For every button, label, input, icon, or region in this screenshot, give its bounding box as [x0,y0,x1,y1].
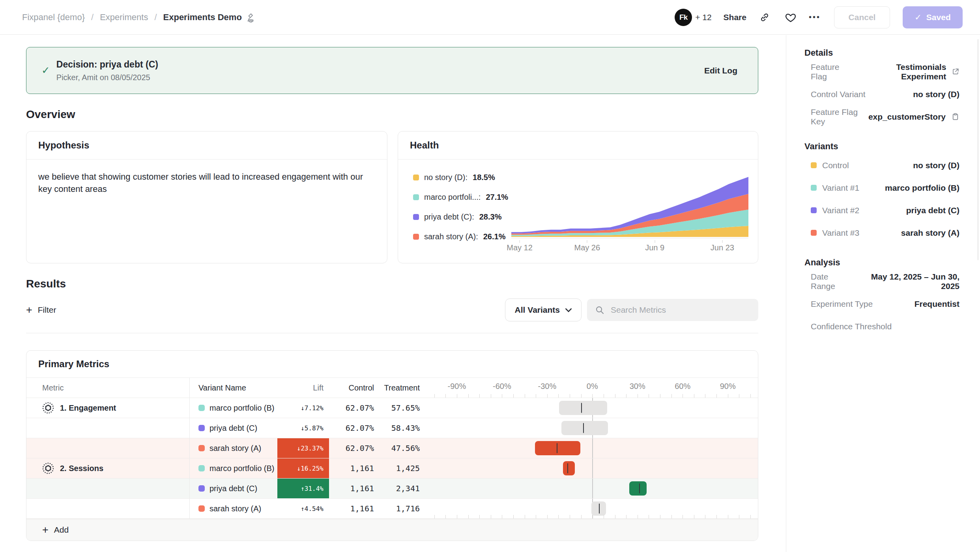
lift-value-block: ↓5.87% [277,418,329,438]
table-row[interactable]: sarah story (A)↓23.37%62.07%47.56% [26,438,758,458]
favorite-button[interactable] [783,9,799,25]
avatar[interactable]: Fk [675,9,692,26]
confidence-interval-cell [424,398,758,418]
metric-cell: 1. Engagement [26,398,190,418]
microscope-icon [246,12,255,23]
tick-mark [525,515,525,518]
tick-mark [671,394,672,398]
breadcrumb-separator: / [91,12,94,23]
tick-mark [615,394,615,398]
scrollbar[interactable] [977,39,979,260]
saved-button[interactable]: ✓ Saved [903,6,963,28]
cancel-button[interactable]: Cancel [834,6,890,28]
tick-mark [581,394,582,398]
add-filter-button[interactable]: + Filter [26,305,56,315]
sidebar-row-label: Date Range [811,272,854,291]
tick-mark [570,515,570,518]
tick-mark [683,394,683,398]
table-row[interactable]: priya debt (C)↓5.87%62.07%58.43% [26,418,758,438]
tick-mark [705,394,705,398]
breadcrumb-separator: / [154,12,157,23]
decision-subtitle: Picker, Amit on 08/05/2025 [56,73,158,82]
sidebar-row-label: Feature Flag Key [811,107,868,126]
metric-cell [26,418,190,438]
copy-link-button[interactable] [757,9,772,25]
external-link-icon[interactable] [952,68,959,76]
sidebar-row: Variant #2priya debt (C) [811,199,959,222]
sidebar-row-value: sarah story (A) [901,228,959,238]
analysis-title: Analysis [804,257,959,268]
variants-dropdown-label: All Variants [515,305,560,315]
clipboard-icon[interactable] [951,113,959,121]
treatment-cell: 1,425 [378,458,424,478]
value-text: sarah story (A) [901,228,959,238]
lift-value-block: ↓7.12% [277,398,329,418]
table-row[interactable]: priya debt (C)↑31.4%1,1612,341 [26,479,758,499]
lift-cell: ↓23.37% [277,438,329,458]
right-sidebar: Details Feature FlagTestimonials Experim… [786,35,980,552]
tick-mark [581,515,582,518]
edit-log-button[interactable]: Edit Log [704,66,737,75]
more-menu-button[interactable]: ••• [809,13,821,22]
lift-value-block: ↓16.25% [277,458,329,478]
sidebar-row: Control Variantno story (D) [811,83,959,105]
tick-mark [683,515,683,518]
label-text: Date Range [811,272,854,291]
lift-axis-header: -90%-60%-30%0%30%60%90% [424,378,758,398]
variant-color-chip [198,485,205,492]
main-content: ✓ Decision: priya debt (C) Picker, Amit … [0,35,786,552]
col-treatment: Treatment [378,378,424,398]
legend-label: priya debt (C): [424,212,474,222]
variants-dropdown[interactable]: All Variants [505,299,582,321]
sidebar-row-value: no story (D) [913,90,959,99]
metric-name: 1. Engagement [60,404,116,413]
health-legend-item: marco portfoli...: 27.1% [413,193,508,202]
results-divider [26,333,758,333]
variant-color-chip [198,445,205,451]
tick-mark [649,394,649,398]
check-icon: ✓ [915,13,922,22]
lift-cell: ↓5.87% [277,418,329,438]
variant-name: priya debt (C) [209,424,257,433]
breadcrumb-current[interactable]: Experiments Demo [163,12,255,23]
col-lift: Lift [277,378,329,398]
variant-cell: priya debt (C) [190,479,277,498]
tick-mark [638,394,638,398]
share-button[interactable]: Share [724,13,746,22]
table-row[interactable]: sarah story (A)↑4.54%1,1611,716 [26,499,758,519]
value-text: Frequentist [915,299,959,309]
sidebar-row-value: Testimonials Experiment [855,62,959,81]
tick-mark [558,394,559,398]
col-variant-name: Variant Name [190,378,277,398]
sidebar-row-label: Experiment Type [811,299,873,309]
variant-color-chip [811,230,817,236]
treatment-cell: 2,341 [378,479,424,498]
overview-heading: Overview [26,108,758,121]
table-row[interactable]: 2. Sessionsmarco portfolio (B)↓16.25%1,1… [26,458,758,479]
confidence-interval-cell [424,499,758,518]
tick-mark [739,515,739,518]
sidebar-row: Variant #1marco portfolio (B) [811,176,959,199]
value-text: marco portfolio (B) [885,183,959,193]
lift-value: ↓23.37% [297,445,324,452]
breadcrumb-experiments[interactable]: Experiments [100,12,148,23]
check-icon: ✓ [41,64,50,77]
sidebar-row-label: Variant #1 [811,183,859,193]
tick-mark [445,515,446,518]
control-cell: 1,161 [329,499,378,518]
collaborator-count[interactable]: + 12 [695,13,711,22]
saved-label: Saved [926,13,951,22]
x-axis-tick [587,240,587,243]
metric-name: 2. Sessions [60,464,103,473]
table-row[interactable]: 1. Engagementmarco portfolio (B)↓7.12%62… [26,398,758,418]
search-metrics-input[interactable] [610,305,746,315]
chevron-down-icon [565,308,572,312]
axis-label: -30% [538,382,556,391]
search-metrics-box[interactable] [587,299,758,321]
legend-value: 18.5% [473,173,495,182]
add-metric-button[interactable]: + Add [26,519,758,541]
label-text: Variant #2 [822,206,859,215]
breadcrumb-project[interactable]: Fixpanel {demo} [22,12,85,23]
confidence-interval-bar [591,501,606,516]
tick-mark [671,515,672,518]
